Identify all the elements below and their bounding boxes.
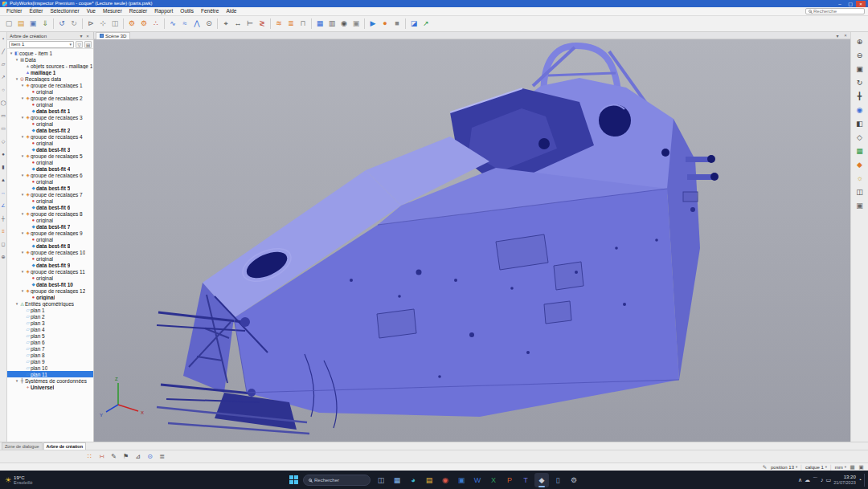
polyworks-icon[interactable]: ◆ bbox=[534, 473, 549, 487]
layers-icon[interactable]: ≣ bbox=[157, 451, 167, 462]
wifi-icon[interactable]: ⌒ bbox=[813, 473, 818, 487]
tree-item[interactable]: ▲maillage 1 bbox=[7, 69, 93, 75]
rectangle-tool-icon[interactable]: ▭ bbox=[0, 125, 6, 132]
start-button[interactable] bbox=[287, 474, 300, 487]
tree-item[interactable]: ●original bbox=[7, 217, 93, 223]
task-view-icon[interactable]: ◫ bbox=[374, 473, 388, 487]
menu-editer[interactable]: Éditer bbox=[27, 7, 47, 15]
menu-mesurer[interactable]: Mesurer bbox=[100, 7, 125, 15]
gear-align-icon[interactable]: ⚙ bbox=[126, 18, 137, 30]
zoom-fit-icon[interactable]: ▣ bbox=[854, 64, 866, 75]
tree-item[interactable]: ▱plan 3 bbox=[7, 320, 93, 326]
open-project-icon[interactable]: ▤ bbox=[15, 18, 27, 30]
measure-distance-icon[interactable]: ↔ bbox=[232, 18, 244, 30]
maximize-button[interactable]: ▢ bbox=[845, 1, 855, 7]
table-icon[interactable]: ▥ bbox=[326, 18, 338, 30]
magnifier-icon[interactable]: ⊙ bbox=[203, 18, 215, 30]
tree-item[interactable]: ▱plan 8 bbox=[7, 352, 93, 358]
tree-item[interactable]: ▾◈groupe de recalages 1 bbox=[7, 82, 93, 88]
menu-selectionner[interactable]: Sélectionner bbox=[47, 7, 83, 15]
menu-aide[interactable]: Aide bbox=[223, 7, 240, 15]
battery-icon[interactable]: ▭ bbox=[826, 473, 832, 487]
section-tool-icon[interactable]: ≡ bbox=[0, 228, 6, 234]
status-mm[interactable]: mm▾ bbox=[835, 465, 846, 470]
tree-item[interactable]: ◆data best-fit 3 bbox=[7, 146, 93, 153]
tree-item[interactable]: ▾╋Systèmes de coordonnées bbox=[7, 377, 93, 384]
tab-scene-3d[interactable]: Scène 3D bbox=[96, 32, 130, 39]
cone-tool-icon[interactable]: ▲ bbox=[0, 177, 6, 183]
slot-tool-icon[interactable]: ▭ bbox=[0, 112, 6, 119]
cylinder-tool-icon[interactable]: ▮ bbox=[0, 164, 6, 170]
tree-item[interactable]: ▾◈groupe de recalages 11 bbox=[7, 268, 93, 275]
polygon-tool-icon[interactable]: ◇ bbox=[0, 138, 6, 145]
chrome-icon[interactable]: ◉ bbox=[438, 473, 452, 487]
sphere-tool-icon[interactable]: ● bbox=[0, 151, 6, 157]
perspective-icon[interactable]: ◇ bbox=[854, 132, 866, 143]
datum-tool-icon[interactable]: ⊕ bbox=[0, 254, 6, 260]
digitized-points-icon[interactable]: ∷ bbox=[84, 451, 95, 462]
tree-item[interactable]: ▱plan 11 bbox=[7, 371, 93, 377]
split-view-icon[interactable]: ◫ bbox=[109, 18, 121, 30]
close-button[interactable]: × bbox=[856, 1, 866, 7]
stop-macro-icon[interactable]: ■ bbox=[391, 18, 403, 30]
tree-item[interactable]: ▾◧coque - item 1 bbox=[7, 50, 93, 56]
tree-item[interactable]: ●original bbox=[7, 88, 93, 95]
undo-icon[interactable]: ↺ bbox=[56, 18, 68, 30]
file-explorer-icon[interactable]: ▤ bbox=[422, 473, 436, 487]
line-tool-icon[interactable]: ╱ bbox=[0, 48, 6, 55]
tree-item[interactable]: ▲objets sources - maillage 1 bbox=[7, 63, 93, 69]
comb-icon[interactable]: ≣ bbox=[285, 18, 297, 30]
tree-item[interactable]: ●original bbox=[7, 120, 93, 127]
tree-item[interactable]: ◆data best-fit 10 bbox=[7, 281, 93, 287]
tree-item[interactable]: ▾◈groupe de recalages 5 bbox=[7, 153, 93, 159]
menu-fenetre[interactable]: Fenêtre bbox=[198, 7, 222, 15]
select-elements-icon[interactable]: ⊳ bbox=[85, 18, 96, 30]
vector-tool-icon[interactable]: ↗ bbox=[0, 74, 6, 80]
minimize-button[interactable]: – bbox=[835, 1, 845, 7]
edge-browser-icon[interactable]: ◕ bbox=[406, 473, 420, 487]
tree-item[interactable]: ▾◈groupe de recalages 4 bbox=[7, 133, 93, 140]
probed-points-icon[interactable]: ∺ bbox=[96, 451, 107, 462]
menu-rapport[interactable]: Rapport bbox=[151, 7, 176, 15]
curve-icon[interactable]: ≈ bbox=[179, 18, 190, 30]
menu-recaler[interactable]: Recaler bbox=[126, 7, 150, 15]
zoom-in-icon[interactable]: ⊕ bbox=[854, 37, 866, 47]
new-document-icon[interactable]: ▢ bbox=[3, 18, 14, 30]
word-icon[interactable]: W bbox=[470, 473, 485, 487]
tree-item[interactable]: ▾◈groupe de recalages 10 bbox=[7, 249, 93, 255]
tree-item[interactable]: ●original bbox=[7, 101, 93, 108]
excel-icon[interactable]: X bbox=[486, 473, 501, 487]
tree-item[interactable]: ●original bbox=[7, 178, 93, 185]
tree-item[interactable]: ▾◈groupe de recalages 12 bbox=[7, 287, 93, 294]
pencil-annotate-icon[interactable]: ✎ bbox=[108, 451, 119, 462]
tree-item[interactable]: ●original bbox=[7, 255, 93, 262]
screenshot-icon[interactable]: ▣ bbox=[854, 201, 866, 211]
search-input[interactable] bbox=[813, 9, 862, 14]
tab-zone-de-dialogue[interactable]: Zone de dialogue bbox=[2, 442, 43, 450]
menu-vue[interactable]: Vue bbox=[84, 7, 99, 15]
record-macro-icon[interactable]: ● bbox=[379, 18, 391, 30]
tree-item[interactable]: ▾◈groupe de recalages 7 bbox=[7, 191, 93, 198]
tree-item[interactable]: ▾◈groupe de recalages 9 bbox=[7, 230, 93, 236]
tree-item[interactable]: ●original bbox=[7, 159, 93, 165]
outlook-icon[interactable]: ▣ bbox=[454, 473, 469, 487]
trend-icon[interactable]: ↗ bbox=[420, 18, 432, 30]
tree-item[interactable]: ▾◈groupe de recalages 3 bbox=[7, 114, 93, 120]
tree-item[interactable]: ▱plan 9 bbox=[7, 358, 93, 365]
gear-bestfit-icon[interactable]: ⚙ bbox=[138, 18, 149, 30]
item-selector-dropdown[interactable]: item 1 ▾ bbox=[9, 41, 74, 48]
zoom-out-icon[interactable]: ⊖ bbox=[854, 51, 866, 61]
tree-item[interactable]: ▱plan 1 bbox=[7, 307, 93, 313]
show-desktop-button[interactable] bbox=[864, 474, 866, 487]
taskbar-clock[interactable]: 13:20 21/07/2023 bbox=[833, 475, 856, 486]
caliper-icon[interactable]: ⊢ bbox=[244, 18, 256, 30]
tree-item[interactable]: ◆data best-fit 9 bbox=[7, 262, 93, 268]
comment-tool-icon[interactable]: ◻ bbox=[0, 241, 6, 247]
tree-item[interactable]: ◆data best-fit 7 bbox=[7, 223, 93, 230]
tree-item[interactable]: ⌖Universel bbox=[7, 384, 93, 390]
3d-viewport[interactable]: Z X Y bbox=[94, 39, 850, 442]
tree-item[interactable]: ●original bbox=[7, 198, 93, 204]
menu-outils[interactable]: Outils bbox=[177, 7, 197, 15]
taskbar-search[interactable]: Rechercher bbox=[303, 475, 371, 486]
save-icon[interactable]: ▣ bbox=[27, 18, 39, 30]
